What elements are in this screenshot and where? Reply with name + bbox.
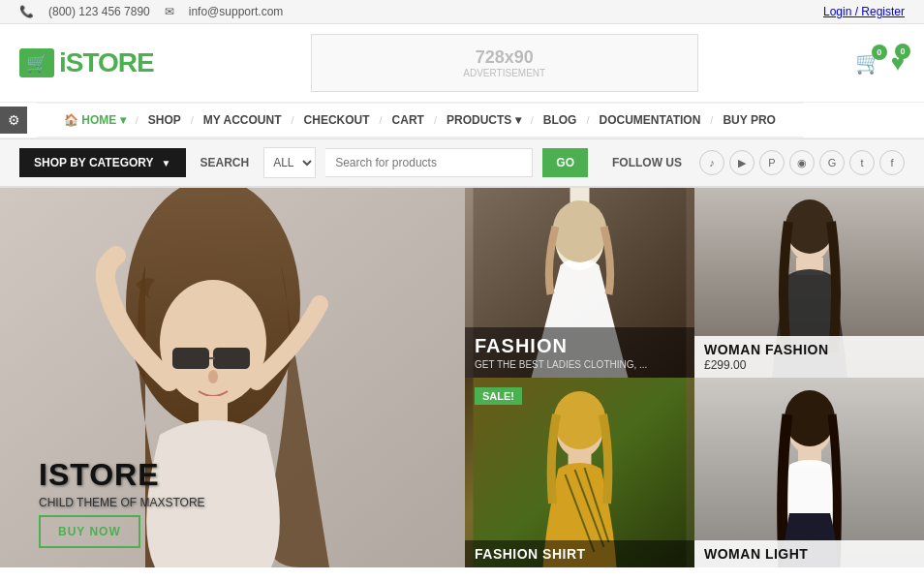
nav-home[interactable]: 🏠 HOME ▾	[56, 104, 134, 137]
nav-buy-pro[interactable]: BUY PRO	[715, 104, 783, 137]
main-nav: 🏠 HOME ▾ / SHOP / MY ACCOUNT / CHECKOUT …	[37, 103, 803, 138]
search-label: SEARCH	[196, 156, 255, 169]
logo-cart-icon: 🛒	[19, 48, 54, 77]
follow-us-label: FOLLOW US	[612, 156, 682, 169]
woman-fashion-overlay: WOMAN FASHION £299.00	[694, 336, 924, 378]
logo[interactable]: 🛒 iSTORE	[19, 47, 154, 78]
svg-rect-4	[213, 348, 250, 369]
buy-now-button[interactable]: BUY NOW	[39, 515, 140, 548]
fashion-shirt-overlay: FASHION SHIRT	[465, 540, 694, 567]
fashion-overlay: FASHION GET THE BEST LADIES CLOTHING, ..…	[465, 327, 694, 378]
cart-button[interactable]: 🛒 0	[855, 50, 881, 76]
search-go-button[interactable]: GO	[542, 148, 588, 177]
phone-number: (800) 123 456 7890	[48, 5, 150, 18]
header: 🛒 iSTORE 728x90 ADVERTISEMENT 🛒 0 ♥ 0	[0, 24, 924, 102]
ad-label: ADVERTISEMENT	[463, 68, 545, 78]
settings-button[interactable]: ⚙	[0, 107, 27, 134]
top-bar-left: 📞 (800) 123 456 7890 ✉ info@support.com	[19, 5, 283, 18]
fashion-shirt-title: FASHION SHIRT	[475, 546, 685, 562]
cart-badge: 0	[872, 45, 887, 60]
pinterest-icon[interactable]: P	[759, 150, 785, 175]
wishlist-badge: 0	[895, 44, 910, 59]
woman-fashion-price: £299.00	[704, 358, 914, 372]
soundcloud-icon[interactable]: ♪	[699, 150, 724, 175]
ad-size-text: 728x90	[476, 47, 534, 68]
hero-title: ISTORE	[39, 457, 205, 493]
woman-light-image	[694, 378, 924, 567]
facebook-icon[interactable]: f	[879, 150, 905, 175]
shop-by-category-label: SHOP BY CATEGORY	[34, 156, 154, 169]
nav-blog[interactable]: BLOG	[536, 104, 585, 137]
nav-shop[interactable]: SHOP	[140, 104, 189, 137]
main-content: ISTORE CHILD THEME OF MAXSTORE BUY NOW	[0, 188, 924, 567]
sale-badge: SALE!	[475, 387, 522, 405]
logo-letter-store: STORE	[66, 47, 154, 77]
nav-my-account[interactable]: MY ACCOUNT	[196, 104, 290, 137]
fashion-shirt-svg	[465, 378, 694, 567]
grid-item-fashion[interactable]: FASHION GET THE BEST LADIES CLOTHING, ..…	[465, 188, 694, 378]
twitter-icon[interactable]: t	[849, 150, 875, 175]
svg-point-19	[554, 391, 606, 449]
logo-text: iSTORE	[59, 47, 154, 78]
shop-by-category-button[interactable]: SHOP BY CATEGORY ▼	[19, 148, 186, 177]
nav-documentation[interactable]: DOCUMENTATION	[591, 104, 708, 137]
login-register-link[interactable]: Login / Register	[823, 5, 905, 18]
svg-rect-3	[172, 348, 209, 369]
search-bar: SHOP BY CATEGORY ▼ SEARCH ALL GO FOLLOW …	[0, 138, 924, 188]
svg-rect-10	[570, 188, 590, 202]
email-address: info@support.com	[189, 5, 284, 18]
top-bar: 📞 (800) 123 456 7890 ✉ info@support.com …	[0, 0, 924, 24]
product-grid: FASHION GET THE BEST LADIES CLOTHING, ..…	[465, 188, 924, 567]
top-bar-right: Login / Register	[823, 5, 905, 18]
woman-light-overlay: WOMAN LIGHT	[694, 540, 924, 567]
fashion-shirt-image	[465, 378, 694, 567]
search-input[interactable]	[325, 148, 533, 177]
hero-model-svg	[0, 188, 465, 567]
svg-point-11	[553, 200, 607, 262]
hero-subtitle: CHILD THEME OF MAXSTORE	[39, 496, 205, 509]
youtube-icon[interactable]: ▶	[729, 150, 755, 175]
grid-item-woman-light[interactable]: WOMAN LIGHT	[694, 378, 924, 567]
category-select[interactable]: ALL	[263, 147, 316, 178]
hero-text: ISTORE CHILD THEME OF MAXSTORE	[39, 457, 205, 509]
nav-products[interactable]: PRODUCTS ▾	[439, 104, 529, 137]
grid-item-fashion-shirt[interactable]: SALE! FASHION SHIRT	[465, 378, 694, 567]
logo-letter-i: i	[59, 47, 66, 77]
woman-fashion-title: WOMAN FASHION	[704, 342, 914, 357]
svg-point-15	[785, 199, 834, 254]
woman-light-title: WOMAN LIGHT	[704, 546, 914, 562]
chevron-down-icon: ▼	[162, 158, 171, 168]
woman-light-svg	[694, 378, 924, 567]
google-plus-icon[interactable]: G	[819, 150, 845, 175]
grid-item-woman-fashion[interactable]: WOMAN FASHION £299.00	[694, 188, 924, 378]
nav-wrapper: ⚙ 🏠 HOME ▾ / SHOP / MY ACCOUNT / CHECKOU…	[0, 102, 924, 138]
nav-checkout[interactable]: CHECKOUT	[296, 104, 378, 137]
wishlist-button[interactable]: ♥ 0	[891, 49, 905, 76]
svg-point-6	[208, 370, 218, 383]
ad-banner: 728x90 ADVERTISEMENT	[311, 34, 698, 92]
nav-cart[interactable]: CART	[385, 104, 432, 137]
instagram-icon[interactable]: ◉	[789, 150, 815, 175]
fashion-subtitle: GET THE BEST LADIES CLOTHING, ...	[475, 359, 685, 370]
phone-icon: 📞	[19, 5, 34, 18]
header-icons: 🛒 0 ♥ 0	[855, 49, 905, 76]
email-icon: ✉	[165, 5, 174, 18]
social-icons: ♪ ▶ P ◉ G t f	[699, 150, 905, 175]
fashion-title: FASHION	[475, 335, 685, 357]
hero-banner: ISTORE CHILD THEME OF MAXSTORE BUY NOW	[0, 188, 465, 567]
